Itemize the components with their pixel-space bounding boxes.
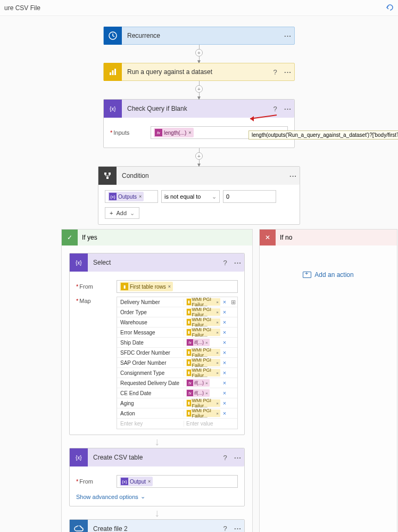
map-key[interactable]: Order Type	[117, 309, 184, 315]
csv-from-field[interactable]: {x}Output×	[117, 475, 238, 488]
map-row[interactable]: Error Message▮WMI PGI Failur...××	[117, 328, 237, 338]
delete-row-icon[interactable]: ×	[220, 359, 229, 366]
map-row[interactable]: Aging▮WMI PGI Failur...××	[117, 398, 237, 408]
outputs-chip[interactable]: {x}Outputs×	[108, 192, 144, 201]
help-icon[interactable]: ?	[269, 105, 281, 113]
map-value[interactable]: ▮WMI PGI Failur...×	[184, 298, 220, 306]
map-key[interactable]: Delivery Number	[117, 299, 184, 305]
delete-row-icon[interactable]: ×	[220, 319, 229, 325]
add-step-button[interactable]: +	[195, 152, 203, 160]
map-row[interactable]: Ship Datefxif(...)××	[117, 338, 237, 348]
create-file-header[interactable]: Create file 2 ? ···	[70, 520, 244, 533]
map-value[interactable]: ▮WMI PGI Failur...×	[184, 359, 220, 366]
run-query-step[interactable]: Run a query against a dataset ? ···	[103, 63, 295, 81]
remove-chip-icon[interactable]: ×	[148, 479, 151, 484]
svg-rect-2	[112, 70, 114, 75]
map-key[interactable]: Requested Delivery Date	[117, 380, 184, 386]
select-header[interactable]: {x} Select ? ···	[70, 253, 244, 272]
add-step-button[interactable]: +	[195, 85, 203, 93]
map-row[interactable]: SFDC Order Number▮WMI PGI Failur...××	[117, 348, 237, 358]
more-icon[interactable]: ···	[287, 172, 300, 180]
first-table-rows-chip[interactable]: ▮First table rows×	[120, 282, 173, 291]
remove-chip-icon[interactable]: ×	[188, 130, 191, 135]
map-value[interactable]: ▮WMI PGI Failur...×	[184, 399, 220, 407]
expression-tooltip: length(outputs('Run_a_query_against_a_da…	[248, 130, 398, 140]
more-icon[interactable]: ···	[281, 105, 294, 113]
map-row[interactable]: Consignment Type▮WMI PGI Failur...××	[117, 368, 237, 378]
delete-row-icon[interactable]: ×	[220, 400, 229, 406]
remove-chip-icon[interactable]: ×	[139, 194, 142, 199]
add-step-button[interactable]: +	[195, 49, 203, 56]
map-row[interactable]: Requested Delivery Datefxif(...)××	[117, 378, 237, 388]
map-value[interactable]: ▮WMI PGI Failur...×	[184, 318, 220, 326]
help-icon[interactable]: ?	[219, 259, 231, 267]
map-row[interactable]: Order Type▮WMI PGI Failur...××	[117, 307, 237, 317]
show-advanced-link[interactable]: Show advanced options ⌄	[76, 493, 145, 500]
map-key[interactable]: Warehouse	[117, 320, 184, 325]
undo-icon[interactable]	[385, 3, 395, 12]
map-row[interactable]: CE End Datefxif(...)××	[117, 388, 237, 398]
more-icon[interactable]: ···	[281, 68, 294, 76]
map-value[interactable]: ▮WMI PGI Failur...×	[184, 308, 220, 316]
arrow-down-icon: ↓	[69, 506, 245, 519]
add-action-button[interactable]: Add an action	[267, 264, 389, 286]
map-value[interactable]: ▮WMI PGI Failur...×	[184, 369, 220, 377]
map-key[interactable]: Consignment Type	[117, 370, 184, 376]
condition-right-value[interactable]: 0	[223, 190, 276, 203]
map-row-new[interactable]: Enter keyEnter value	[117, 419, 237, 429]
map-value[interactable]: ▮WMI PGI Failur...×	[184, 329, 220, 336]
annotation-arrow-icon	[247, 113, 279, 124]
add-condition-button[interactable]: + Add ⌄	[105, 207, 139, 219]
map-key[interactable]: Error Message	[117, 330, 184, 335]
select-from-field[interactable]: ▮First table rows×	[117, 280, 238, 293]
more-icon[interactable]: ···	[231, 259, 244, 267]
map-value[interactable]: ▮WMI PGI Failur...×	[184, 410, 220, 417]
condition-left-value[interactable]: {x}Outputs×	[105, 190, 158, 203]
delete-row-icon[interactable]: ×	[220, 349, 229, 356]
condition-operator-dropdown[interactable]: is not equal to⌄	[161, 190, 220, 203]
map-value[interactable]: fxif(...)×	[184, 389, 220, 397]
svg-rect-1	[110, 72, 111, 75]
condition-header[interactable]: Condition ···	[98, 167, 300, 185]
map-row[interactable]: SAP Order Number▮WMI PGI Failur...××	[117, 358, 237, 368]
map-key[interactable]: CE End Date	[117, 390, 184, 396]
if-yes-header: ✓ If yes	[62, 230, 252, 245]
map-row[interactable]: Warehouse▮WMI PGI Failur...××	[117, 317, 237, 328]
fx-chip[interactable]: fxlength(...)×	[154, 128, 194, 137]
delete-row-icon[interactable]: ×	[220, 390, 229, 396]
help-icon[interactable]: ?	[269, 68, 281, 76]
delete-row-icon[interactable]: ×	[220, 370, 229, 376]
help-icon[interactable]: ?	[219, 454, 231, 462]
create-file-card: Create file 2 ? ··· Folder Path /Power B…	[69, 519, 245, 533]
map-value[interactable]: ▮WMI PGI Failur...×	[184, 349, 220, 356]
output-chip[interactable]: {x}Output×	[120, 477, 153, 486]
help-icon[interactable]: ?	[219, 525, 231, 532]
toggle-mode-icon[interactable]: ⊞	[229, 299, 237, 306]
recurrence-step[interactable]: Recurrence ···	[103, 27, 295, 45]
more-icon[interactable]: ···	[281, 32, 294, 40]
map-key[interactable]: SFDC Order Number	[117, 350, 184, 356]
csv-icon: {x}	[70, 448, 88, 466]
delete-row-icon[interactable]: ×	[220, 329, 229, 335]
map-row[interactable]: Delivery Number▮WMI PGI Failur...××⊞	[117, 297, 237, 307]
csv-header[interactable]: {x} Create CSV table ? ···	[70, 448, 244, 466]
select-icon: {x}	[70, 253, 88, 272]
delete-row-icon[interactable]: ×	[220, 410, 229, 416]
delete-row-icon[interactable]: ×	[220, 309, 229, 315]
remove-chip-icon[interactable]: ×	[168, 284, 171, 289]
map-row[interactable]: Action▮WMI PGI Failur...××	[117, 408, 237, 419]
map-key[interactable]: Aging	[117, 400, 184, 406]
powerbi-icon	[104, 63, 122, 81]
map-value[interactable]: fxif(...)×	[184, 379, 220, 387]
delete-row-icon[interactable]: ×	[220, 339, 229, 346]
delete-row-icon[interactable]: ×	[220, 299, 229, 305]
map-key[interactable]: Ship Date	[117, 340, 184, 346]
select-card: {x} Select ? ··· From ▮First table rows×	[69, 253, 245, 435]
map-key[interactable]: Action	[117, 411, 184, 416]
more-icon[interactable]: ···	[231, 454, 244, 462]
if-no-header: ✕ If no	[260, 230, 397, 245]
delete-row-icon[interactable]: ×	[220, 380, 229, 386]
more-icon[interactable]: ···	[231, 525, 244, 532]
map-key[interactable]: SAP Order Number	[117, 360, 184, 366]
map-value[interactable]: fxif(...)×	[184, 339, 220, 346]
